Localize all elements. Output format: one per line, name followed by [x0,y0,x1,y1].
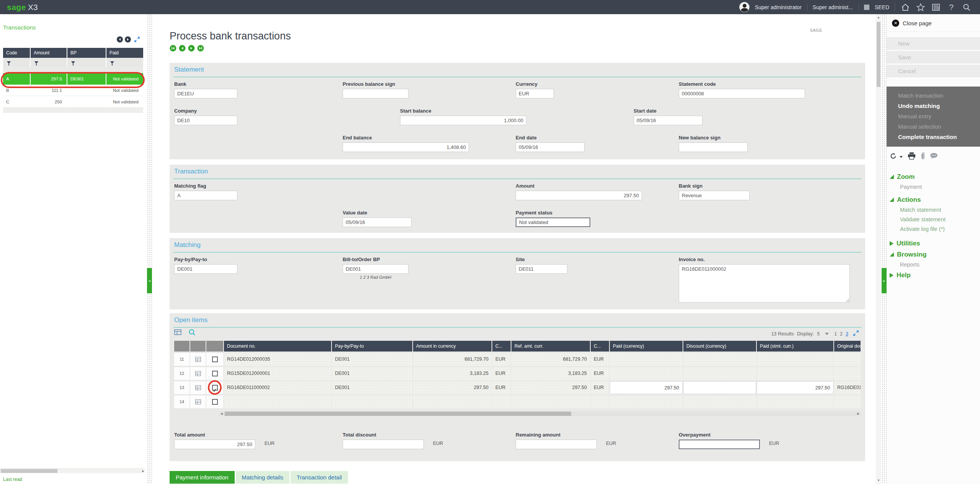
scrollbar-thumb[interactable] [877,22,880,87]
collapse-left-panel-handle[interactable]: ◄ [147,268,152,293]
column-header[interactable]: Ref. amt. curr. [511,341,590,352]
previous-record-icon[interactable] [179,45,186,53]
page-number[interactable]: 1 [834,331,837,337]
scroll-down-arrow-icon[interactable]: ▼ [876,478,881,483]
cell-currency[interactable]: EUR [492,353,511,366]
company-field[interactable] [174,116,237,125]
matching-flag-field[interactable] [174,191,237,200]
filter-cell[interactable] [3,58,30,67]
cell-document[interactable] [224,396,331,408]
bank-sign-field[interactable] [679,191,750,200]
nav-section-zoom[interactable]: Zoom [890,171,980,182]
attachment-paperclip-icon[interactable] [920,152,925,161]
table-expand-icon[interactable] [853,330,859,337]
remaining-amount-field[interactable] [516,440,597,449]
filter-cell[interactable] [106,58,143,67]
column-header[interactable]: Amount in currency [413,341,492,352]
tab-matching-details[interactable]: Matching details [236,471,289,484]
main-vertical-scrollbar[interactable]: ▲ ▼ [876,14,881,484]
row-detail-icon[interactable] [190,353,206,366]
cell-discount[interactable] [683,353,756,366]
save-button[interactable]: Save [887,51,980,64]
cell-document[interactable]: RG15DE012000001 [224,367,331,380]
statement-code-field[interactable] [679,89,805,98]
search-icon[interactable] [962,2,972,12]
next-record-icon[interactable] [188,45,195,53]
nav-item-payment[interactable]: Payment [890,182,980,192]
column-header[interactable]: Original docu [834,341,861,352]
row-detail-icon[interactable] [190,367,206,380]
cell-discount[interactable] [683,396,756,408]
row-select-cell[interactable] [206,367,223,380]
cell-currency[interactable]: EUR [591,353,609,366]
cell-document[interactable]: RG16DE011000002 [224,381,331,394]
row-select-cell[interactable] [206,396,223,408]
cancel-button[interactable]: Cancel [887,65,980,77]
cell-ref-amount[interactable]: 681,729.70 [511,353,590,366]
cell-original-doc[interactable] [834,367,861,380]
end-date-field[interactable] [516,142,585,152]
total-amount-field[interactable] [174,440,255,449]
previous-balance-sign-field[interactable] [343,89,408,98]
row-checkbox[interactable] [212,356,218,362]
site-field[interactable] [516,264,567,274]
cell-paid-currency[interactable] [610,353,683,366]
menu-item-undo-matching[interactable]: Undo matching [887,101,980,111]
refresh-dropdown-icon[interactable] [899,154,903,160]
tab-payment-information[interactable]: Payment information [170,471,235,484]
endpoint-label[interactable]: SEED [875,4,889,10]
print-icon[interactable] [908,152,916,161]
scroll-up-arrow-icon[interactable]: ▲ [876,15,881,20]
payment-status-field[interactable] [516,217,590,227]
menu-item-manual-selection[interactable]: Manual selection [887,121,980,132]
display-dropdown-icon[interactable] [825,333,829,335]
nav-section-help[interactable]: Help [890,270,980,281]
collapse-right-panel-handle[interactable]: ► [882,268,887,293]
cell-amount[interactable]: 111.1 [31,85,67,96]
start-balance-field[interactable] [400,116,526,125]
row-select-cell[interactable] [206,353,223,366]
tab-transaction-detail[interactable]: Transaction detail [291,471,348,484]
column-header[interactable]: Amount [31,48,67,58]
bill-to-field[interactable] [343,264,408,274]
scroll-right-arrow-icon[interactable]: ► [857,411,860,416]
cell-amount[interactable]: 3,183.25 [413,367,492,380]
cell-currency[interactable]: EUR [492,381,511,394]
total-discount-field[interactable] [343,440,424,449]
menu-item-complete-transaction[interactable]: Complete transaction [887,132,980,142]
nav-section-utilities[interactable]: Utilities [890,238,980,249]
display-value[interactable]: 5 [817,331,820,337]
cell-original-doc[interactable]: RG16DE011000002 [834,381,861,394]
table-search-icon[interactable] [188,329,196,337]
cell-paid-stmt[interactable] [757,396,833,408]
cell-ref-amount[interactable] [511,396,590,408]
cell-paid-currency[interactable] [610,396,683,408]
cell-code[interactable]: C [3,96,30,108]
cell-ref-amount[interactable]: 297.50 [511,381,590,394]
column-header[interactable]: Paid (stmt. curr.) [757,341,833,352]
column-header[interactable]: BP [67,48,106,58]
scrollbar-thumb[interactable] [1,469,57,473]
list-expand-icon[interactable] [134,36,140,44]
cell-ref-amount[interactable]: 3,183.25 [511,367,590,380]
page-number[interactable]: 2 [840,331,843,337]
cell-discount[interactable] [683,381,756,394]
cell-original-doc[interactable] [834,396,861,408]
cell-currency[interactable]: EUR [591,367,609,380]
overpayment-field[interactable] [679,440,760,449]
row-select-cell[interactable] [206,381,223,394]
left-horizontal-scrollbar[interactable]: ► [0,468,145,473]
cell-bp[interactable]: DE001 [67,73,106,85]
close-page-button[interactable]: Close page [887,14,980,32]
filter-cell[interactable] [67,58,106,67]
list-prev-icon[interactable] [117,36,123,44]
cell-code[interactable]: A [3,73,30,85]
favorites-star-icon[interactable] [916,2,926,12]
cell-amount[interactable]: 297.50 [413,381,492,394]
user-name[interactable]: Super administrator [755,4,802,10]
end-balance-field[interactable] [343,142,469,152]
new-balance-sign-field[interactable] [679,142,748,152]
scroll-right-arrow-icon[interactable]: ► [142,469,145,474]
row-checkbox[interactable] [212,371,218,376]
cell-amount[interactable]: 297.5 [31,73,67,85]
